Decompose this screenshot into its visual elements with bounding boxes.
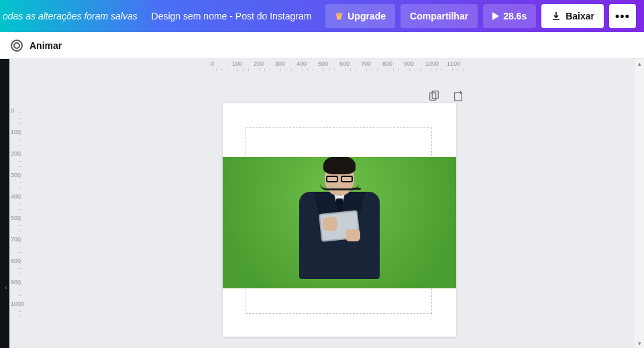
upgrade-button[interactable]: ♛ Upgrade [325,4,395,28]
add-page-icon[interactable] [452,90,464,102]
ruler-tick: 1000 [425,60,439,67]
duplicate-page-icon[interactable] [428,90,440,102]
chevron-left-icon: ‹ [5,284,7,291]
crown-icon: ♛ [335,11,343,21]
svg-rect-1 [432,91,438,99]
share-button[interactable]: Compartilhar [400,4,478,28]
download-icon [551,11,561,21]
svg-rect-0 [430,93,436,101]
ruler-tick: 0 [211,60,214,67]
vertical-ruler: 01002003004005007008009001000 [9,59,23,348]
ruler-tick: 200 [254,60,264,67]
canvas-area[interactable] [23,59,644,348]
more-button[interactable]: ••• [609,4,636,28]
ruler-tick: 700 [361,60,371,67]
play-icon [492,12,499,20]
scroll-up-arrow-icon[interactable]: ▴ [635,59,644,68]
download-label: Baixar [566,11,594,21]
ruler-tick: 400 [297,60,307,67]
ruler-tick: 0 [11,107,14,114]
design-page[interactable] [223,103,456,337]
ruler-tick: 800 [382,60,392,67]
horizontal-ruler: 010020030040050060070080090010001100 [23,59,635,72]
ruler-tick: 300 [275,60,285,67]
duration-label: 28.6s [503,11,527,21]
animate-icon [11,40,23,52]
page-actions [428,90,464,102]
workspace: ‹ 01002003004005007008009001000 [0,59,644,348]
scroll-down-arrow-icon[interactable]: ▾ [635,339,644,348]
download-button[interactable]: Baixar [541,4,604,28]
side-panel-collapsed[interactable]: ‹ [0,59,9,348]
ruler-tick: 100 [232,60,242,67]
app-header: odas as alterações foram salvas Design s… [0,0,644,32]
ellipsis-icon: ••• [615,9,630,23]
presenter-figure [296,160,383,288]
save-status-text: odas as alterações foram salvas [0,11,138,21]
vertical-scrollbar[interactable]: ▴ ▾ [635,59,644,348]
document-title[interactable]: Design sem nome - Post do Instagram [143,11,320,21]
ruler-tick: 500 [318,60,328,67]
video-element[interactable] [223,157,456,288]
animate-button[interactable]: Animar [30,40,62,51]
ruler-tick: 600 [339,60,350,67]
context-toolbar: Animar [0,32,644,59]
play-duration-button[interactable]: 28.6s [483,4,536,28]
ruler-tick: 900 [404,60,414,67]
ruler-tick: 1100 [447,60,460,67]
upgrade-label: Upgrade [347,11,386,21]
share-label: Compartilhar [410,11,468,21]
